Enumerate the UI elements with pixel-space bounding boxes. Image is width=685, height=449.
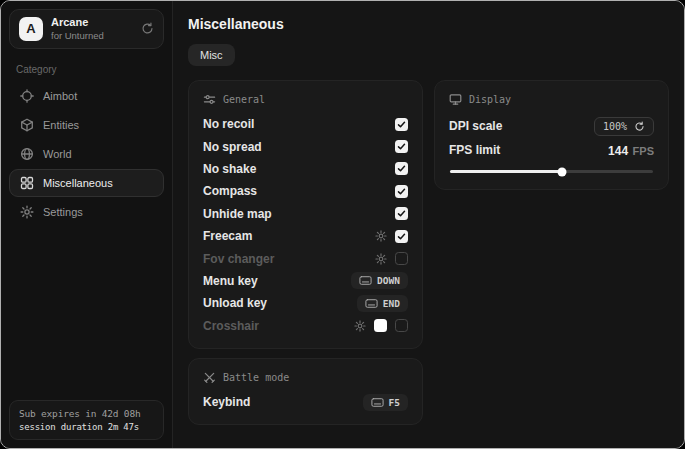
gear-icon xyxy=(375,253,387,265)
app-logo: A xyxy=(19,17,43,41)
crosshair-settings-button[interactable] xyxy=(354,320,366,332)
app-window: A Arcane for Unturned Category Aimbot xyxy=(0,0,685,449)
sidebar-item-aimbot[interactable]: Aimbot xyxy=(9,82,164,110)
setting-row-crosshair: Crosshair xyxy=(203,315,408,337)
setting-label: FPS limit xyxy=(449,143,500,157)
fov-changer-checkbox[interactable] xyxy=(395,252,408,265)
freecam-settings-button[interactable] xyxy=(375,230,387,242)
sub-expiry-text: Sub expires in 42d 08h xyxy=(19,408,154,419)
keybind-value: DOWN xyxy=(377,275,400,286)
subscription-info: Sub expires in 42d 08h session duration … xyxy=(9,400,164,440)
check-icon xyxy=(397,120,406,129)
unload-keybind-button[interactable]: END xyxy=(357,295,408,312)
dpi-value: 100% xyxy=(603,121,627,132)
crosshair-color-swatch[interactable] xyxy=(374,319,387,332)
keybind-value: END xyxy=(383,298,400,309)
check-icon xyxy=(397,232,406,241)
no-spread-checkbox[interactable] xyxy=(395,140,408,153)
battle-mode-panel: Battle mode Keybind F5 xyxy=(188,358,423,425)
fps-value: 144 xyxy=(608,144,628,158)
setting-row-no-recoil: No recoil xyxy=(203,113,408,135)
setting-row-unhide-map: Unhide map xyxy=(203,203,408,225)
fps-slider-thumb[interactable] xyxy=(557,167,566,176)
unhide-map-checkbox[interactable] xyxy=(395,207,408,220)
sync-button[interactable] xyxy=(141,22,154,35)
gear-icon xyxy=(354,320,366,332)
fps-slider-fill xyxy=(450,170,562,173)
dpi-scale-control[interactable]: 100% xyxy=(594,117,654,136)
keyboard-icon xyxy=(359,276,372,285)
setting-row-no-spread: No spread xyxy=(203,135,408,157)
crosshair-checkbox[interactable] xyxy=(395,319,408,332)
compass-checkbox[interactable] xyxy=(395,185,408,198)
gear-icon xyxy=(375,230,387,242)
setting-label: DPI scale xyxy=(449,119,502,133)
app-header-card: A Arcane for Unturned xyxy=(9,9,164,49)
main-content: Miscellaneous Misc General No recoil xyxy=(173,1,684,448)
app-meta: Arcane for Unturned xyxy=(51,16,104,42)
category-label: Category xyxy=(16,64,157,75)
setting-label: Compass xyxy=(203,184,257,198)
sidebar-item-label: World xyxy=(43,148,72,160)
setting-row-compass: Compass xyxy=(203,180,408,202)
setting-label: Crosshair xyxy=(203,319,259,333)
swords-icon xyxy=(203,371,216,384)
fps-slider[interactable] xyxy=(450,170,653,173)
battle-keybind-button[interactable]: F5 xyxy=(363,394,408,411)
sidebar-item-label: Settings xyxy=(43,206,83,218)
setting-row-unload-key: Unload key END xyxy=(203,292,408,314)
sliders-icon xyxy=(203,93,216,106)
setting-label: No spread xyxy=(203,140,262,154)
battle-panel-header: Battle mode xyxy=(203,371,408,384)
sidebar-item-miscellaneous[interactable]: Miscellaneous xyxy=(9,169,164,197)
setting-label: No recoil xyxy=(203,117,254,131)
setting-row-dpi-scale: DPI scale 100% xyxy=(449,113,654,139)
setting-label: No shake xyxy=(203,162,256,176)
setting-row-fov-changer: Fov changer xyxy=(203,247,408,269)
fps-unit: FPS xyxy=(633,145,654,157)
reset-icon[interactable] xyxy=(634,121,645,132)
app-subtitle: for Unturned xyxy=(51,30,104,42)
monitor-icon xyxy=(449,93,462,106)
menu-keybind-button[interactable]: DOWN xyxy=(351,272,408,289)
gear-icon xyxy=(20,205,34,219)
globe-icon xyxy=(20,147,34,161)
check-icon xyxy=(397,142,406,151)
sidebar-item-world[interactable]: World xyxy=(9,140,164,168)
battle-panel-title: Battle mode xyxy=(223,372,289,383)
page-title: Miscellaneous xyxy=(188,16,669,32)
app-name: Arcane xyxy=(51,16,104,30)
general-panel: General No recoil No spread No shake xyxy=(188,80,423,349)
crosshair-icon xyxy=(20,89,34,103)
sidebar-item-label: Entities xyxy=(43,119,79,131)
setting-row-battle-keybind: Keybind F5 xyxy=(203,391,408,413)
setting-row-menu-key: Menu key DOWN xyxy=(203,270,408,292)
sidebar-item-label: Miscellaneous xyxy=(43,177,113,189)
sidebar-item-settings[interactable]: Settings xyxy=(9,198,164,226)
cube-icon xyxy=(20,118,34,132)
setting-label: Fov changer xyxy=(203,252,274,266)
setting-row-no-shake: No shake xyxy=(203,158,408,180)
no-recoil-checkbox[interactable] xyxy=(395,118,408,131)
display-panel-title: Display xyxy=(469,94,511,105)
tab-misc[interactable]: Misc xyxy=(188,44,235,66)
sidebar-item-label: Aimbot xyxy=(43,90,77,102)
grid-icon xyxy=(20,176,34,190)
setting-label: Freecam xyxy=(203,229,252,243)
no-shake-checkbox[interactable] xyxy=(395,162,408,175)
check-icon xyxy=(397,209,406,218)
setting-label: Unhide map xyxy=(203,207,272,221)
display-panel: Display DPI scale 100% FPS limit xyxy=(434,80,669,190)
setting-label: Keybind xyxy=(203,395,250,409)
general-panel-title: General xyxy=(223,94,265,105)
sidebar-item-entities[interactable]: Entities xyxy=(9,111,164,139)
freecam-checkbox[interactable] xyxy=(395,230,408,243)
fov-settings-button[interactable] xyxy=(375,253,387,265)
check-icon xyxy=(397,187,406,196)
display-panel-header: Display xyxy=(449,93,654,106)
check-icon xyxy=(397,164,406,173)
session-duration-text: session duration 2m 47s xyxy=(19,422,154,432)
setting-row-fps-limit: FPS limit 144 FPS xyxy=(449,139,654,161)
sidebar: A Arcane for Unturned Category Aimbot xyxy=(1,1,173,448)
general-panel-header: General xyxy=(203,93,408,106)
